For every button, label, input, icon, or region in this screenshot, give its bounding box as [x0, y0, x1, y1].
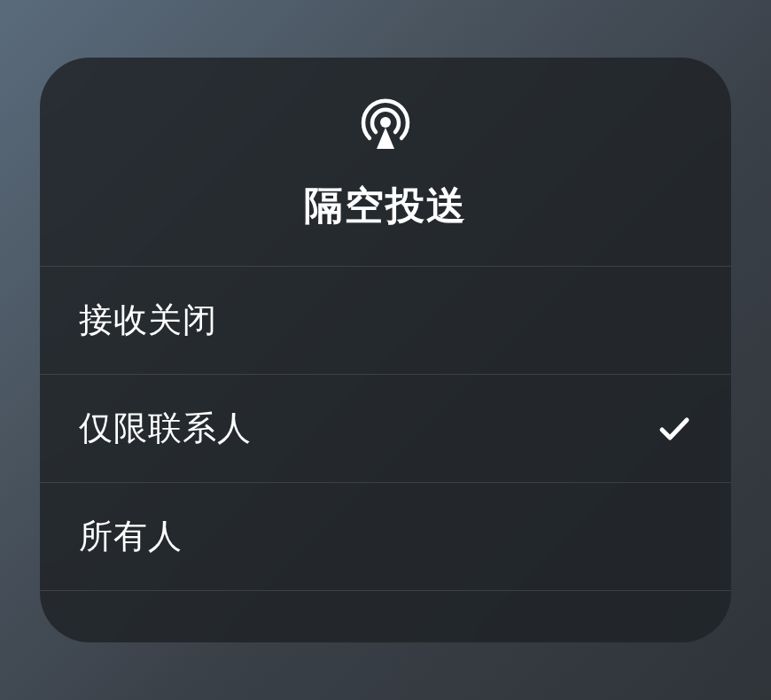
option-everyone[interactable]: 所有人	[40, 483, 731, 591]
options-list: 接收关闭 仅限联系人 所有人	[40, 267, 731, 642]
option-contacts-only[interactable]: 仅限联系人	[40, 375, 731, 483]
checkmark-icon	[657, 411, 692, 447]
airdrop-settings-panel: 隔空投送 接收关闭 仅限联系人 所有人	[40, 58, 731, 642]
option-label: 所有人	[79, 514, 183, 559]
svg-point-0	[380, 117, 391, 128]
option-label: 接收关闭	[79, 298, 217, 343]
airdrop-icon	[354, 93, 417, 155]
option-receiving-off[interactable]: 接收关闭	[40, 267, 731, 375]
panel-title: 隔空投送	[304, 180, 467, 232]
panel-header: 隔空投送	[40, 58, 731, 267]
option-label: 仅限联系人	[79, 406, 252, 451]
